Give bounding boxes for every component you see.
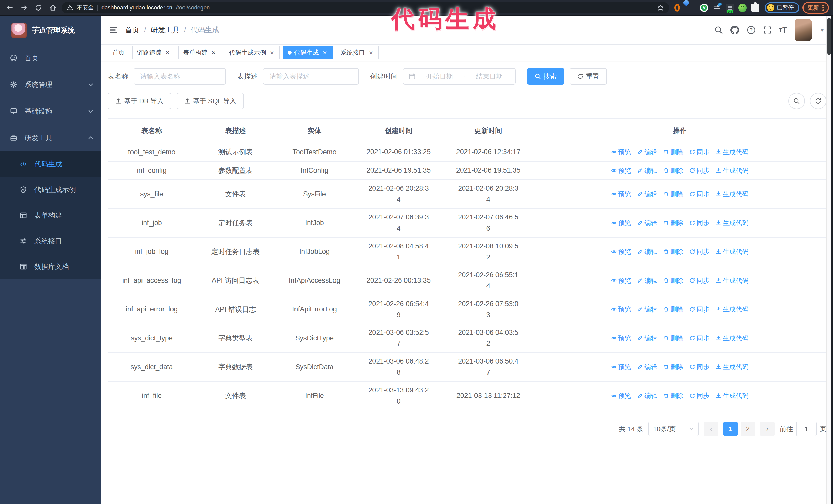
row-action-preview[interactable]: 预览 (611, 166, 631, 175)
row-action-delete[interactable]: 删除 (663, 277, 683, 285)
on-badge-extension-icon[interactable]: on (725, 4, 734, 12)
tab-代码生成示例[interactable]: 代码生成示例 × (224, 46, 280, 59)
tab-表单构建[interactable]: 表单构建 × (178, 46, 221, 59)
row-action-delete[interactable]: 删除 (663, 391, 683, 400)
row-action-edit[interactable]: 编辑 (637, 277, 657, 285)
row-action-generate[interactable]: 生成代码 (716, 247, 748, 256)
page-size-select[interactable]: 10条/页 (648, 422, 699, 436)
row-action-sync[interactable]: 同步 (689, 363, 710, 371)
table-desc-input[interactable] (269, 72, 353, 81)
tab-close-icon[interactable]: × (210, 49, 217, 56)
tab-close-icon[interactable]: × (269, 49, 275, 56)
row-action-delete[interactable]: 删除 (663, 166, 683, 175)
row-action-delete[interactable]: 删除 (663, 148, 683, 157)
page-button-1[interactable]: 1 (723, 422, 738, 436)
url-host[interactable]: dashboard.yudao.iocoder.cn (101, 4, 172, 11)
sidebar-item-基础设施[interactable]: 基础设施 (0, 98, 101, 125)
address-bar[interactable]: 不安全 dashboard.yudao.iocoder.cn/tool/code… (62, 2, 669, 13)
row-action-preview[interactable]: 预览 (611, 277, 631, 285)
sidebar-item-研发工具[interactable]: 研发工具 (0, 125, 101, 151)
row-action-edit[interactable]: 编辑 (637, 148, 657, 157)
hamburger-icon[interactable] (109, 26, 118, 34)
tab-close-icon[interactable]: × (164, 49, 171, 56)
row-action-delete[interactable]: 删除 (663, 363, 683, 371)
green-creature-extension-icon[interactable] (738, 4, 747, 12)
row-action-generate[interactable]: 生成代码 (716, 219, 748, 227)
row-action-sync[interactable]: 同步 (689, 334, 710, 342)
refresh-table-button[interactable] (810, 93, 826, 109)
github-icon[interactable] (731, 26, 739, 34)
user-avatar[interactable] (794, 19, 812, 41)
sidebar-logo-row[interactable]: 芋道管理系统 (0, 16, 101, 45)
help-icon[interactable]: ? (747, 26, 756, 34)
row-action-edit[interactable]: 编辑 (637, 334, 657, 342)
tab-代码生成[interactable]: 代码生成 × (283, 46, 333, 59)
row-action-generate[interactable]: 生成代码 (716, 363, 748, 371)
profile-paused-badge[interactable]: 已暂停 (765, 2, 800, 13)
row-action-edit[interactable]: 编辑 (637, 305, 657, 314)
row-action-sync[interactable]: 同步 (689, 219, 710, 227)
orange-ring-extension-icon[interactable] (674, 4, 683, 12)
row-action-preview[interactable]: 预览 (611, 391, 631, 400)
row-action-sync[interactable]: 同步 (689, 148, 710, 157)
tab-close-icon[interactable]: × (367, 49, 374, 56)
row-action-edit[interactable]: 编辑 (637, 166, 657, 175)
search-icon[interactable] (715, 26, 723, 34)
row-action-generate[interactable]: 生成代码 (716, 166, 748, 175)
row-action-sync[interactable]: 同步 (689, 277, 710, 285)
sidebar-subitem-代码生成示例[interactable]: 代码生成示例 (0, 177, 101, 202)
browser-back-icon[interactable] (4, 2, 15, 13)
browser-update-button[interactable]: 更新 (803, 2, 829, 14)
date-range-input[interactable]: 开始日期 - 结束日期 (403, 68, 516, 85)
end-date-placeholder[interactable]: 结束日期 (469, 72, 510, 81)
sidebar-subitem-系统接口[interactable]: 系统接口 (0, 228, 101, 254)
goto-page-input[interactable] (796, 422, 816, 436)
row-action-preview[interactable]: 预览 (611, 219, 631, 227)
tab-close-icon[interactable]: × (322, 49, 328, 56)
row-action-sync[interactable]: 同步 (689, 166, 710, 175)
row-action-sync[interactable]: 同步 (689, 247, 710, 256)
row-action-preview[interactable]: 预览 (611, 363, 631, 371)
font-size-icon[interactable]: TT (779, 26, 787, 34)
db-import-button[interactable]: 基于 DB 导入 (108, 93, 171, 109)
bookmark-star-icon[interactable] (657, 4, 664, 11)
row-action-preview[interactable]: 预览 (611, 247, 631, 256)
row-action-sync[interactable]: 同步 (689, 305, 710, 314)
row-action-edit[interactable]: 编辑 (637, 391, 657, 400)
browser-home-icon[interactable] (47, 2, 58, 13)
row-action-delete[interactable]: 删除 (663, 305, 683, 314)
tab-系统接口[interactable]: 系统接口 × (336, 46, 379, 59)
sidebar-subitem-表单构建[interactable]: 表单构建 (0, 202, 101, 228)
green-v-extension-icon[interactable]: V (700, 4, 708, 12)
blue-gem-extension-icon[interactable] (687, 4, 695, 12)
row-action-delete[interactable]: 删除 (663, 334, 683, 342)
row-action-sync[interactable]: 同步 (689, 190, 710, 198)
row-action-edit[interactable]: 编辑 (637, 190, 657, 198)
sidebar-subitem-数据库文档[interactable]: 数据库文档 (0, 254, 101, 280)
table-name-input[interactable] (139, 72, 220, 81)
browser-reload-icon[interactable] (33, 2, 44, 13)
row-action-edit[interactable]: 编辑 (637, 247, 657, 256)
fullscreen-icon[interactable] (763, 26, 771, 34)
row-action-edit[interactable]: 编辑 (637, 219, 657, 227)
row-action-delete[interactable]: 删除 (663, 247, 683, 256)
toggle-search-button[interactable] (788, 93, 805, 109)
page-button-2[interactable]: 2 (741, 422, 755, 436)
sidebar-item-系统管理[interactable]: 系统管理 (0, 71, 101, 98)
sliders-extension-icon[interactable] (713, 4, 721, 12)
row-action-generate[interactable]: 生成代码 (716, 190, 748, 198)
next-page-button[interactable]: › (760, 422, 775, 436)
avatar-caret-icon[interactable]: ▼ (820, 27, 825, 33)
breadcrumb-item[interactable]: 研发工具 (151, 25, 180, 35)
breadcrumb-item[interactable]: 首页 (125, 25, 139, 35)
browser-forward-icon[interactable] (19, 2, 30, 13)
row-action-delete[interactable]: 删除 (663, 190, 683, 198)
puzzle-extension-icon[interactable] (751, 4, 759, 12)
start-date-placeholder[interactable]: 开始日期 (419, 72, 460, 81)
row-action-edit[interactable]: 编辑 (637, 363, 657, 371)
row-action-generate[interactable]: 生成代码 (716, 305, 748, 314)
sql-import-button[interactable]: 基于 SQL 导入 (176, 93, 244, 109)
row-action-preview[interactable]: 预览 (611, 334, 631, 342)
row-action-preview[interactable]: 预览 (611, 148, 631, 157)
browser-menu-icon[interactable] (823, 5, 824, 11)
